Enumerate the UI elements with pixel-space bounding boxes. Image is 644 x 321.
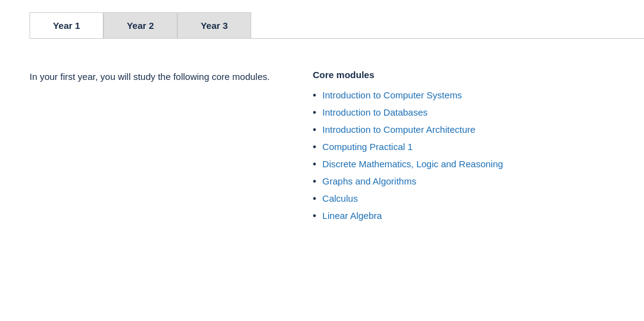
module-link-4[interactable]: Discrete Mathematics, Logic and Reasonin… — [323, 159, 503, 169]
module-link-2[interactable]: Introduction to Computer Architecture — [323, 124, 475, 135]
list-item: Calculus — [313, 193, 614, 204]
right-panel: Core modules Introduction to Computer Sy… — [313, 69, 614, 228]
list-item: Graphs and Algorithms — [313, 176, 614, 187]
module-link-7[interactable]: Linear Algebra — [323, 210, 382, 221]
tab-year1[interactable]: Year 1 — [30, 12, 103, 38]
left-panel: In your first year, you will study the f… — [30, 69, 313, 228]
list-item: Introduction to Computer Systems — [313, 90, 614, 101]
modules-list: Introduction to Computer SystemsIntroduc… — [313, 90, 614, 221]
list-item: Linear Algebra — [313, 210, 614, 221]
tab-year3[interactable]: Year 3 — [177, 12, 251, 38]
description-text: In your first year, you will study the f… — [30, 69, 288, 84]
content-area: In your first year, you will study the f… — [30, 69, 614, 228]
list-item: Discrete Mathematics, Logic and Reasonin… — [313, 159, 614, 170]
module-link-1[interactable]: Introduction to Databases — [323, 107, 428, 117]
list-item: Introduction to Databases — [313, 107, 614, 118]
module-link-3[interactable]: Computing Practical 1 — [323, 141, 413, 152]
module-link-5[interactable]: Graphs and Algorithms — [323, 176, 417, 186]
module-link-0[interactable]: Introduction to Computer Systems — [323, 90, 462, 100]
module-link-6[interactable]: Calculus — [323, 193, 358, 204]
tab-year2[interactable]: Year 2 — [103, 12, 177, 38]
list-item: Introduction to Computer Architecture — [313, 124, 614, 135]
tabs-container: Year 1 Year 2 Year 3 — [30, 12, 644, 39]
list-item: Computing Practical 1 — [313, 141, 614, 153]
core-modules-title: Core modules — [313, 69, 614, 80]
